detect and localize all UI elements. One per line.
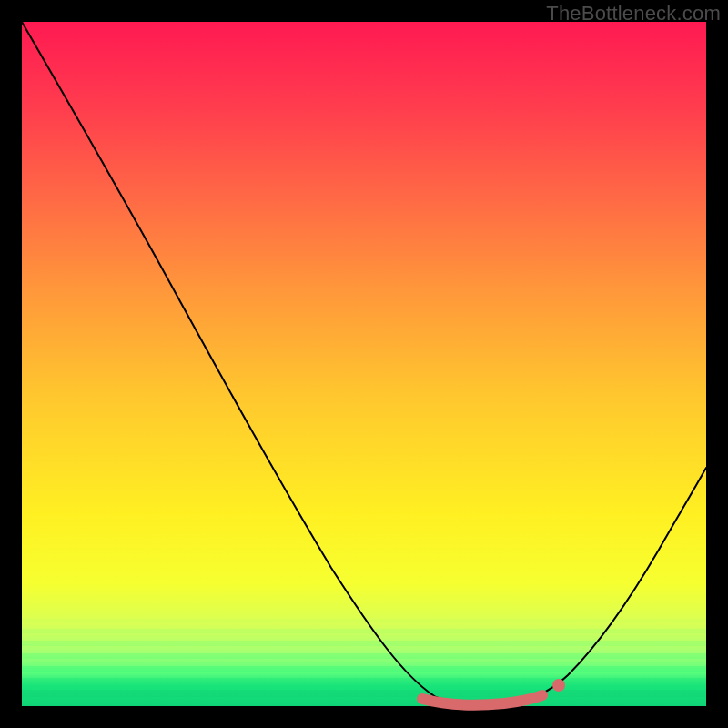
chart-svg — [22, 22, 706, 706]
optimal-range-highlight — [422, 695, 542, 705]
watermark-text: TheBottleneck.com — [546, 2, 721, 25]
chart-frame — [22, 22, 706, 706]
bottleneck-curve — [22, 22, 706, 704]
optimal-range-end-marker — [552, 679, 565, 692]
